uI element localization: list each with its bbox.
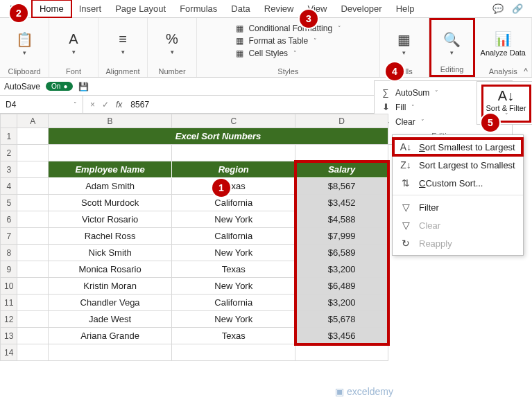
cell[interactable] xyxy=(49,145,172,161)
save-icon[interactable]: 💾 xyxy=(78,82,89,91)
cell-salary[interactable]: $6,589 xyxy=(295,245,388,261)
cell-region[interactable]: New York xyxy=(172,311,295,328)
group-number[interactable]: %▾ Number xyxy=(148,18,197,77)
cell-region[interactable]: New York xyxy=(172,245,295,261)
row-header[interactable]: 14 xyxy=(1,344,17,361)
autosave-toggle[interactable]: On● xyxy=(46,82,73,91)
cell[interactable] xyxy=(17,178,49,195)
cell[interactable] xyxy=(17,344,49,361)
group-editing[interactable]: 🔍▾ Editing xyxy=(429,18,475,77)
col-header[interactable]: C xyxy=(172,114,295,128)
cell-region[interactable]: California xyxy=(172,295,295,311)
row-header[interactable]: 10 xyxy=(1,278,17,295)
tab-data[interactable]: Data xyxy=(224,1,257,17)
cell-salary[interactable]: $3,200 xyxy=(295,295,388,311)
cell-name[interactable]: Ariana Grande xyxy=(49,328,172,344)
table-header-region[interactable]: Region xyxy=(172,161,295,178)
share-icon[interactable]: 🔗 xyxy=(510,1,525,17)
row-header[interactable]: 4 xyxy=(1,178,17,195)
row-header[interactable]: 6 xyxy=(1,211,17,228)
cell-styles-button[interactable]: ▦Cell Styles˅ xyxy=(234,49,297,58)
col-header[interactable]: A xyxy=(17,114,49,128)
cell-region[interactable]: Texas xyxy=(172,178,295,195)
sheet-title[interactable]: Excel Sort Numbers xyxy=(49,128,388,145)
row-header[interactable]: 2 xyxy=(1,145,17,161)
cell-name[interactable]: Nick Smith xyxy=(49,245,172,261)
tab-home[interactable]: Home xyxy=(31,0,72,18)
tab-formulas[interactable]: Formulas xyxy=(173,1,224,17)
tab-help[interactable]: Help xyxy=(389,1,422,17)
cancel-formula-icon[interactable]: × xyxy=(90,100,95,109)
cell[interactable] xyxy=(17,278,49,295)
table-header-name[interactable]: Employee Name xyxy=(49,161,172,178)
cell[interactable] xyxy=(295,344,388,361)
row-header[interactable]: 8 xyxy=(1,245,17,261)
cell-name[interactable]: Adam Smith xyxy=(49,178,172,195)
row-header[interactable]: 12 xyxy=(1,311,17,328)
cell[interactable] xyxy=(17,161,49,178)
cell-name[interactable]: Kristin Moran xyxy=(49,278,172,295)
cell-region[interactable]: California xyxy=(172,195,295,211)
cell-region[interactable]: New York xyxy=(172,278,295,295)
cell-salary[interactable]: $7,999 xyxy=(295,228,388,245)
cell-region[interactable]: New York xyxy=(172,211,295,228)
col-header[interactable]: B xyxy=(49,114,172,128)
cell-salary[interactable]: $3,452 xyxy=(295,195,388,211)
row-header[interactable]: 3 xyxy=(1,161,17,178)
row-header[interactable]: 9 xyxy=(1,261,17,278)
cell-salary[interactable]: $8,567 xyxy=(295,178,388,195)
group-alignment[interactable]: ≡▾ Alignment xyxy=(98,18,148,77)
cell[interactable] xyxy=(17,145,49,161)
select-all-corner[interactable] xyxy=(1,114,17,128)
fx-icon[interactable]: fx xyxy=(116,100,126,109)
cell[interactable] xyxy=(172,344,295,361)
cell[interactable] xyxy=(17,195,49,211)
cell-name[interactable]: Jade West xyxy=(49,311,172,328)
cell-salary[interactable]: $3,456 xyxy=(295,328,388,344)
conditional-formatting-button[interactable]: ▦Conditional Formatting˅ xyxy=(234,24,341,33)
cell[interactable] xyxy=(17,261,49,278)
row-header[interactable]: 7 xyxy=(1,228,17,245)
cell-name[interactable]: Scott Murdock xyxy=(49,195,172,211)
group-styles: ▦Conditional Formatting˅ ▦Format as Tabl… xyxy=(197,18,380,77)
cell[interactable] xyxy=(17,128,49,145)
cell[interactable] xyxy=(295,145,388,161)
cell[interactable] xyxy=(17,245,49,261)
cell-region[interactable]: Texas xyxy=(172,328,295,344)
row-header[interactable]: 1 xyxy=(1,128,17,145)
group-clipboard[interactable]: 📋▾ Clipboard xyxy=(0,18,49,77)
col-header[interactable]: D xyxy=(295,114,388,128)
tab-page-layout[interactable]: Page Layout xyxy=(108,1,173,17)
cell-name[interactable]: Monica Rosario xyxy=(49,261,172,278)
cell-name[interactable]: Rachel Ross xyxy=(49,228,172,245)
cell[interactable] xyxy=(17,295,49,311)
cell[interactable] xyxy=(49,344,172,361)
row-header[interactable]: 11 xyxy=(1,295,17,311)
tab-developer[interactable]: Developer xyxy=(334,1,388,17)
collapse-ribbon-icon[interactable]: ^ xyxy=(524,67,528,76)
cell-region[interactable]: Texas xyxy=(172,261,295,278)
cell-region[interactable]: California xyxy=(172,228,295,245)
row-header[interactable]: 13 xyxy=(1,328,17,344)
callout-4: 4 xyxy=(386,62,404,80)
format-as-table-button[interactable]: ▦Format as Table˅ xyxy=(234,36,317,46)
cell-name[interactable]: Victor Rosario xyxy=(49,211,172,228)
cell[interactable] xyxy=(17,228,49,245)
cell-salary[interactable]: $5,678 xyxy=(295,311,388,328)
cell-salary[interactable]: $3,200 xyxy=(295,261,388,278)
table-header-salary[interactable]: Salary xyxy=(295,161,388,178)
cell-name[interactable]: Chandler Vega xyxy=(49,295,172,311)
cell[interactable] xyxy=(17,311,49,328)
tab-review[interactable]: Review xyxy=(257,1,301,17)
cell[interactable] xyxy=(172,145,295,161)
row-header[interactable]: 5 xyxy=(1,195,17,211)
cell-salary[interactable]: $6,489 xyxy=(295,278,388,295)
tab-insert[interactable]: Insert xyxy=(72,1,109,17)
comments-icon[interactable]: 💬 xyxy=(490,1,506,17)
confirm-formula-icon[interactable]: ✓ xyxy=(102,100,109,109)
name-box[interactable]: D4˅ xyxy=(0,96,83,113)
cell[interactable] xyxy=(17,211,49,228)
group-font[interactable]: A▾ Font xyxy=(49,18,98,77)
cell-salary[interactable]: $4,588 xyxy=(295,211,388,228)
cell[interactable] xyxy=(17,328,49,344)
